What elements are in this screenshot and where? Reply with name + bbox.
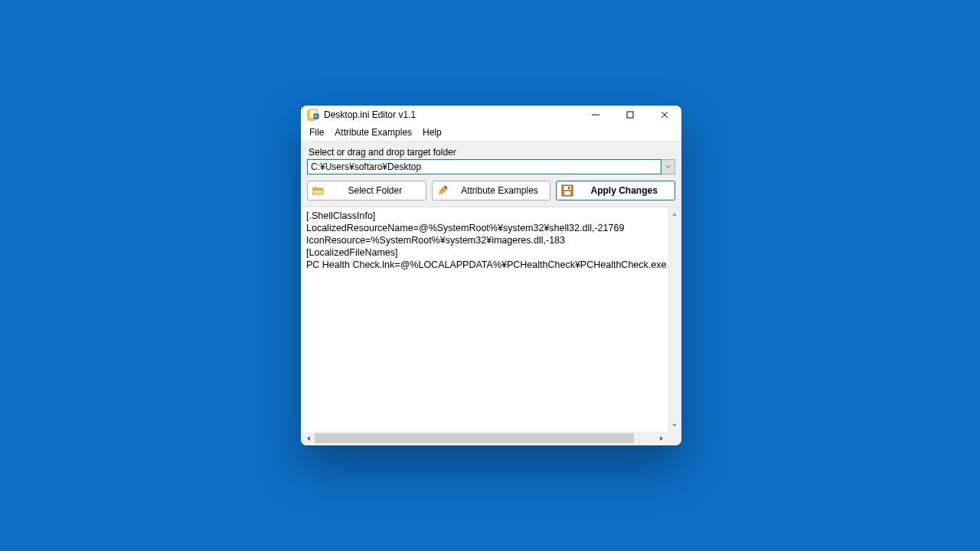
vscroll-track	[668, 220, 681, 419]
editor-wrap: [.ShellClassInfo] LocalizedResourceName=…	[302, 207, 681, 445]
svg-rect-5	[564, 186, 571, 190]
client-area: Select or drag and drop target folder	[301, 142, 681, 445]
menubar: File Attribute Examples Help	[301, 124, 681, 142]
menu-attribute-examples[interactable]: Attribute Examples	[329, 127, 417, 138]
hscroll-track	[315, 432, 655, 445]
window-title: Desktop.ini Editor v1.1	[324, 109, 416, 120]
attribute-examples-button[interactable]: Attribute Examples	[432, 181, 551, 201]
app-icon	[307, 109, 319, 121]
scroll-up-arrow-icon	[668, 207, 681, 220]
horizontal-scrollbar[interactable]	[302, 432, 668, 445]
attribute-examples-label: Attribute Examples	[454, 185, 546, 196]
titlebar: Desktop.ini Editor v1.1	[301, 106, 681, 124]
pencil-icon	[437, 184, 449, 197]
select-folder-button[interactable]: Select Folder	[307, 181, 426, 201]
maximize-button[interactable]	[612, 106, 647, 124]
scrollbar-corner	[668, 432, 681, 445]
path-input[interactable]	[307, 159, 662, 174]
svg-rect-6	[564, 191, 570, 195]
select-folder-label: Select Folder	[329, 185, 421, 196]
scroll-left-arrow-icon	[302, 432, 315, 445]
scroll-down-arrow-icon	[668, 419, 681, 432]
menu-file[interactable]: File	[304, 127, 329, 138]
button-row: Select Folder Attribute Examples	[301, 179, 681, 207]
menu-help[interactable]: Help	[417, 127, 447, 138]
apply-changes-button[interactable]: Apply Changes	[556, 181, 675, 201]
close-button[interactable]	[647, 106, 681, 124]
app-window: Desktop.ini Editor v1.1 File Attribute E…	[301, 106, 681, 445]
editor-textarea[interactable]: [.ShellClassInfo] LocalizedResourceName=…	[302, 207, 681, 445]
path-dropdown-button[interactable]	[662, 159, 675, 174]
save-icon	[561, 184, 573, 197]
instruction-label: Select or drag and drop target folder	[301, 142, 681, 159]
chevron-down-icon	[665, 165, 671, 169]
folder-open-icon	[312, 184, 325, 197]
minimize-button[interactable]	[578, 106, 612, 124]
path-combo	[307, 159, 675, 174]
svg-rect-3	[627, 112, 633, 118]
path-row	[301, 159, 681, 179]
hscroll-thumb[interactable]	[315, 433, 634, 443]
apply-changes-label: Apply Changes	[578, 185, 670, 196]
vertical-scrollbar[interactable]	[668, 207, 681, 432]
svg-rect-7	[568, 187, 570, 189]
scroll-right-arrow-icon	[655, 432, 668, 445]
